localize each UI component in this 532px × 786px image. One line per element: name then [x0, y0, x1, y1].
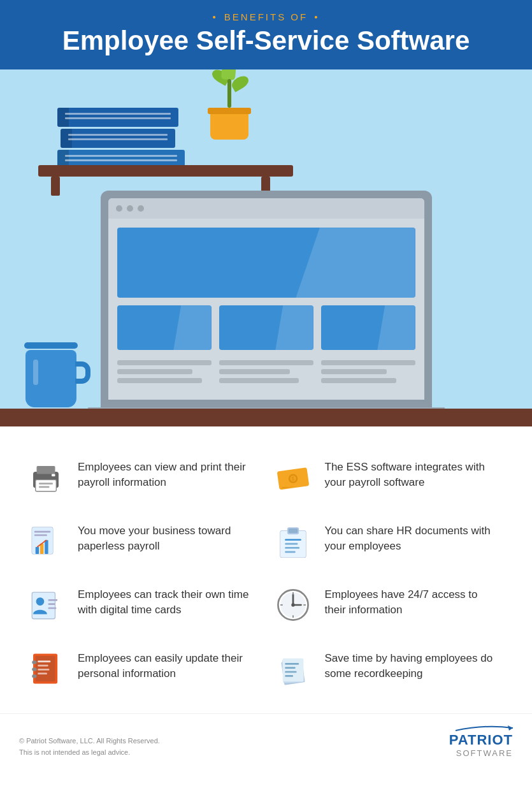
benefit-access-247: Employees have 24/7 access to their info… — [266, 573, 514, 637]
svg-rect-27 — [32, 592, 55, 619]
svg-rect-15 — [34, 534, 47, 536]
timecard-icon — [25, 585, 66, 625]
cash-icon: $ — [273, 457, 313, 498]
benefit-text-recordkeeping: Save time by having employees do some re… — [325, 648, 501, 681]
books-stack — [57, 108, 185, 172]
svg-rect-16 — [36, 547, 39, 554]
benefit-text-share-hr: You can share HR documents with your emp… — [325, 521, 501, 554]
footer-logo: PATRIOT SOFTWARE — [449, 724, 513, 758]
book-1 — [57, 108, 178, 127]
header-title: Employee Self-Service Software — [13, 26, 519, 55]
benefit-recordkeeping: Save time by having employees do some re… — [266, 637, 514, 701]
logo-patriot-text: PATRIOT — [449, 732, 513, 748]
svg-marker-58 — [508, 725, 513, 731]
svg-rect-22 — [288, 528, 298, 533]
benefit-text-time-cards: Employees can track their own time with … — [78, 585, 254, 618]
logo-swoosh-icon — [456, 724, 513, 732]
benefit-view-print: Employees can view and print their payro… — [19, 446, 266, 509]
svg-rect-55 — [285, 667, 295, 669]
document-stack-icon — [273, 648, 313, 689]
svg-rect-54 — [285, 663, 299, 665]
svg-rect-45 — [38, 665, 48, 667]
svg-rect-14 — [34, 531, 50, 533]
svg-rect-24 — [285, 543, 298, 545]
svg-rect-47 — [38, 673, 47, 675]
benefit-text-access-247: Employees have 24/7 access to their info… — [325, 585, 501, 618]
svg-rect-2 — [36, 480, 57, 491]
svg-rect-26 — [285, 551, 295, 553]
mug — [25, 344, 78, 407]
svg-rect-25 — [285, 547, 299, 549]
svg-rect-56 — [285, 671, 296, 673]
footer-legal-line2: This is not intended as legal advice. — [19, 747, 160, 759]
header: BENEFITS OF Employee Self-Service Softwa… — [0, 0, 532, 69]
notebook-icon — [25, 648, 66, 689]
svg-rect-30 — [48, 603, 55, 605]
svg-rect-53 — [282, 659, 303, 681]
svg-rect-4 — [39, 486, 49, 488]
svg-rect-49 — [32, 667, 36, 671]
desk-strip — [0, 409, 532, 426]
benefit-paperless: You move your business toward paperless … — [19, 509, 266, 573]
svg-rect-57 — [285, 675, 293, 677]
footer: © Patriot Software, LLC. All Rights Rese… — [0, 713, 532, 771]
svg-rect-44 — [38, 661, 50, 663]
svg-rect-1 — [37, 466, 55, 474]
plant — [210, 108, 248, 140]
benefit-time-cards: Employees can track their own time with … — [19, 573, 266, 637]
chart-doc-icon — [25, 521, 66, 562]
footer-legal: © Patriot Software, LLC. All Rights Rese… — [19, 736, 160, 758]
shelf-board — [38, 165, 293, 177]
svg-rect-29 — [48, 599, 58, 601]
svg-rect-5 — [52, 474, 55, 477]
laptop — [101, 191, 432, 426]
shelf-leg-left — [51, 177, 60, 196]
svg-rect-48 — [32, 661, 36, 664]
clipboard-icon — [273, 521, 313, 562]
benefit-integrates: $ The ESS software integrates with your … — [266, 446, 514, 509]
footer-legal-line1: © Patriot Software, LLC. All Rights Rese… — [19, 736, 160, 747]
svg-rect-3 — [39, 483, 53, 484]
benefit-personal-info: Employees can easily update their person… — [19, 637, 266, 701]
benefit-share-hr: You can share HR documents with your emp… — [266, 509, 514, 573]
benefit-text-paperless: You move your business toward paperless … — [78, 521, 254, 554]
header-subtitle: BENEFITS OF — [13, 11, 519, 22]
svg-point-28 — [36, 597, 45, 606]
svg-text:$: $ — [291, 476, 294, 483]
clock-icon — [273, 585, 313, 625]
svg-rect-18 — [45, 540, 48, 554]
printer-icon — [25, 457, 66, 498]
svg-rect-23 — [285, 539, 301, 541]
book-2 — [61, 129, 175, 148]
benefit-text-integrates: The ESS software integrates with your pa… — [325, 457, 501, 490]
svg-rect-50 — [32, 674, 36, 678]
benefits-section: Employees can view and print their payro… — [0, 426, 532, 713]
svg-rect-46 — [38, 669, 49, 671]
benefits-grid: Employees can view and print their payro… — [19, 446, 513, 701]
benefit-text-view-print: Employees can view and print their payro… — [78, 457, 254, 490]
illustration-area — [0, 69, 532, 426]
logo-software-text: SOFTWARE — [456, 748, 513, 758]
svg-rect-31 — [48, 608, 57, 609]
benefit-text-personal-info: Employees can easily update their person… — [78, 648, 254, 681]
